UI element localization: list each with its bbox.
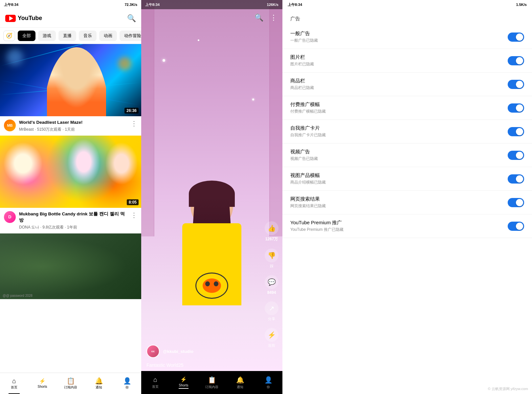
settings-title-product-bar: 商品栏 (290, 78, 508, 84)
settings-item-yt-premium: YouTube Premium 推广 YouTube Premium 推广已隐藏 (282, 214, 532, 238)
search-icon[interactable]: 🔍 (127, 14, 136, 23)
nav-shorts-1[interactable]: ⚡ Shorts (28, 373, 56, 394)
cat-music[interactable]: 音乐 (79, 31, 97, 41)
shorts-header: 🔍 ⋮ (141, 9, 282, 26)
shorts-video-title: Fantastic World25 (146, 362, 259, 368)
nav-notifications-2[interactable]: 🔔 通知 (226, 371, 254, 394)
settings-subtitle-video-ad: 视频广告已隐藏 (290, 156, 508, 162)
time-3: 上午8:34 (288, 2, 302, 7)
time-1: 上午8:34 (4, 2, 18, 7)
settings-title-product-banner: 视图产品横幅 (290, 172, 508, 179)
shorts-search-icon[interactable]: 🔍 (255, 13, 263, 22)
video-thumbnail-1[interactable]: 26:36 (0, 44, 141, 116)
cat-anime[interactable]: 动画 (99, 31, 117, 41)
bottom-nav-1: ⌂ 首页 ⚡ Shorts 📋 订阅内容 🔔 通知 👤 你 (0, 373, 141, 394)
settings-title-video-ad: 视频广告 (290, 149, 508, 155)
video-more-2[interactable]: ⋮ (131, 211, 137, 219)
video-title-1: World's Deadliest Laser Maze! (19, 120, 127, 126)
like-button[interactable]: 👍 1267万 (265, 221, 278, 242)
speed-icons-3: 1.5K/s (516, 3, 527, 7)
settings-text-self-promo: 自我推广卡片 自我推广卡片已隐藏 (290, 125, 508, 138)
settings-subtitle-banner-ad: 图片栏已隐藏 (290, 61, 508, 67)
avatar-mrbeast[interactable]: MB (4, 120, 16, 131)
settings-item-web-search: 网页搜索结果 网页搜索结果已隐藏 (282, 191, 532, 214)
settings-text-banner-ad: 图片栏 图片栏已隐藏 (290, 54, 508, 67)
video-thumbnail-2[interactable]: 8:05 (0, 136, 141, 208)
settings-subtitle-self-promo: 自我推广卡片已隐藏 (290, 132, 508, 138)
panel-youtube: 上午8:34 72.3K/s YouTube 🔍 🧭 全部 游戏 直播 音乐 动… (0, 0, 141, 394)
nav-home-1[interactable]: ⌂ 首页 (0, 373, 28, 394)
toggle-product-banner[interactable] (508, 174, 524, 184)
settings-item-product-bar: 商品栏 商品栏已隐藏 (282, 73, 532, 96)
settings-item-banner-ad: 图片栏 图片栏已隐藏 (282, 49, 532, 73)
toggle-web-search[interactable] (508, 198, 524, 207)
watermark: © 云帆资源网 yifzyw.com (488, 386, 528, 391)
cat-all[interactable]: 全部 (18, 31, 35, 41)
nav-subscriptions-2[interactable]: 📋 订阅内容 (198, 371, 226, 394)
remix-label: 混剪 (268, 343, 275, 348)
comment-button[interactable]: 💬 8494 (265, 275, 278, 295)
settings-text-video-ad: 视频广告 视频广告已隐藏 (290, 149, 508, 162)
cat-live[interactable]: 直播 (58, 31, 76, 41)
time-2: 上午8:34 (145, 2, 160, 7)
settings-item-self-promo: 自我推广卡片 自我推广卡片已隐藏 (282, 120, 532, 143)
shorts-right-actions: 👍 1267万 👎 踩 💬 8494 ↗ 分享 ⚡ 混剪 (265, 221, 278, 348)
shorts-video[interactable] (141, 0, 282, 394)
settings-section-title: 广告 (282, 9, 532, 25)
video-meta-1: World's Deadliest Laser Maze! MrBeast · … (19, 120, 127, 132)
remix-button[interactable]: ⚡ 混剪 (265, 328, 278, 348)
settings-title-banner-ad: 图片栏 (290, 54, 508, 60)
video-info-2: D Mukbang Big Bottle Candy drink 보틀 캔디 젤… (0, 208, 141, 233)
youtube-logo-text: YouTube (18, 15, 42, 22)
share-label: 分享 (268, 317, 275, 321)
shorts-channel-name[interactable]: @kkubi_studio (163, 349, 193, 354)
video-thumbnail-3[interactable]: @@ password 2028 (0, 233, 141, 299)
toggle-paid-promo[interactable] (508, 103, 524, 113)
video-title-2: Mukbang Big Bottle Candy drink 보틀 캔디 젤리 … (19, 211, 127, 224)
toggle-self-promo[interactable] (508, 127, 524, 136)
duration-1: 26:36 (124, 108, 139, 114)
dislike-button[interactable]: 👎 踩 (265, 249, 278, 269)
explore-button[interactable]: 🧭 (3, 31, 15, 41)
cat-action[interactable]: 动作冒险 (120, 31, 141, 41)
settings-text-general-ad: 一般广告 一般广告已隐藏 (290, 31, 508, 43)
home-icon-2: ⌂ (153, 376, 157, 383)
nav-notifications-1[interactable]: 🔔 通知 (85, 373, 113, 394)
shorts-icon-1: ⚡ (39, 379, 46, 384)
video-feed[interactable]: 26:36 MB World's Deadliest Laser Maze! M… (0, 44, 141, 373)
toggle-yt-premium[interactable] (508, 222, 524, 231)
shorts-avatar[interactable]: KK (146, 345, 160, 358)
cat-games[interactable]: 游戏 (38, 31, 56, 41)
share-icon: ↗ (265, 301, 278, 315)
settings-text-paid-promo: 付费推广横幅 付费推广横幅已隐藏 (290, 101, 508, 114)
settings-item-general-ad: 一般广告 一般广告已隐藏 (282, 25, 532, 49)
dislike-icon: 👎 (265, 249, 278, 262)
nav-profile-1[interactable]: 👤 你 (113, 373, 141, 394)
toggle-video-ad[interactable] (508, 151, 524, 160)
youtube-logo-icon (5, 15, 16, 22)
avatar-dona[interactable]: D (4, 211, 16, 223)
category-bar: 🧭 全部 游戏 直播 音乐 动画 动作冒险 (0, 28, 141, 44)
bell-icon-2: 🔔 (236, 376, 244, 384)
bottom-nav-2: ⌂ 首页 ⚡ Shorts 📋 订阅内容 🔔 通知 👤 你 (141, 371, 282, 394)
nav-home-2[interactable]: ⌂ 首页 (141, 371, 169, 394)
settings-subtitle-web-search: 网页搜索结果已隐藏 (290, 203, 508, 209)
settings-item-video-ad: 视频广告 视频广告已隐藏 (282, 143, 532, 167)
toggle-product-bar[interactable] (508, 80, 524, 89)
youtube-logo: YouTube (5, 15, 42, 22)
duration-2: 8:05 (127, 199, 139, 205)
panel-shorts: 上午8:34 126K/s 🔍 ⋮ 👍 1267万 👎 踩 💬 8494 ↗ 分… (141, 0, 282, 394)
toggle-general-ad[interactable] (508, 33, 524, 42)
shorts-more-icon[interactable]: ⋮ (270, 13, 277, 22)
compass-icon: 🧭 (6, 33, 12, 39)
nav-profile-2[interactable]: 👤 你 (254, 371, 282, 394)
video-sub-2: DONA 도나 · 9.8亿次观看 · 1年前 (19, 225, 127, 230)
share-button[interactable]: ↗ 分享 (265, 301, 278, 321)
settings-text-product-banner: 视图产品横幅 商品介绍横幅已隐藏 (290, 172, 508, 185)
video-more-1[interactable]: ⋮ (131, 120, 137, 127)
status-bar-3: 上午8:34 1.5K/s (282, 0, 532, 9)
nav-subscriptions-1[interactable]: 📋 订阅内容 (56, 373, 85, 394)
nav-shorts-2[interactable]: ⚡ Shorts (169, 371, 198, 394)
settings-subtitle-yt-premium: YouTube Premium 推广已隐藏 (290, 227, 508, 232)
toggle-banner-ad[interactable] (508, 56, 524, 65)
